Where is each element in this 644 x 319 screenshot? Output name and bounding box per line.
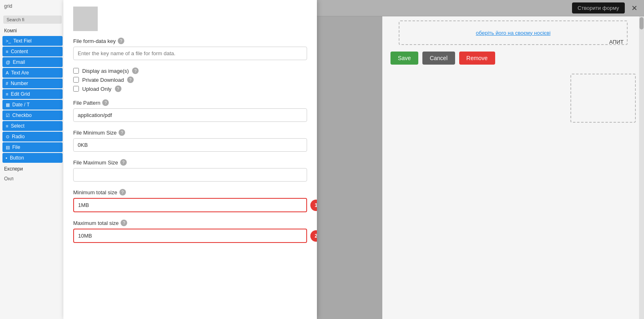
scrollbar-thumb[interactable]	[640, 17, 644, 29]
sidebar-item-email-label: Email	[13, 59, 25, 65]
sidebar-item-text-field[interactable]: >_ Text Fiel	[2, 36, 63, 46]
sidebar-item-checkbox[interactable]: ☑ Checkbo	[2, 110, 63, 120]
private-download-help-icon[interactable]: ?	[127, 76, 134, 83]
sidebar-item-textarea[interactable]: A Text Are	[2, 68, 63, 78]
checkbox-icon: ☑	[6, 113, 10, 118]
min-total-size-label: Minimum total size ?	[73, 189, 307, 195]
right-panel-upit-label: АПИТ	[609, 39, 624, 45]
sidebar-item-select[interactable]: ≡ Select	[2, 121, 63, 131]
file-icon: ▤	[6, 145, 10, 150]
sidebar-item-datetime[interactable]: ▦ Date / T	[2, 100, 63, 110]
sidebar-item-content-label: Content	[11, 49, 28, 54]
sidebar-item-radio-label: Radio	[12, 134, 25, 139]
file-min-size-group: File Minimum Size ?	[73, 129, 307, 152]
sidebar-item-datetime-label: Date / T	[12, 102, 29, 108]
badge-2: 2	[310, 230, 317, 242]
checkbox-display-images[interactable]	[73, 68, 79, 74]
right-panel-scrollbar[interactable]	[639, 16, 644, 319]
checkboxes-group: Display as image(s) ? Private Download ?…	[73, 67, 307, 92]
sidebar-search-label: Search fi	[3, 16, 62, 24]
sidebar-item-radio[interactable]: ⊙ Radio	[2, 132, 63, 142]
sidebar-item-textarea-label: Text Are	[11, 70, 29, 76]
checkbox-private-download-row: Private Download ?	[73, 76, 307, 83]
max-total-size-group: Maximum total size ? 2	[73, 220, 307, 243]
min-total-size-input[interactable]	[73, 198, 307, 212]
modal-dialog: File form-data key ? Display as image(s)…	[63, 0, 317, 319]
sidebar-item-checkbox-label: Checkbo	[12, 112, 31, 118]
max-total-size-help-icon[interactable]: ?	[121, 220, 127, 226]
file-min-size-label: File Minimum Size ?	[73, 129, 307, 136]
file-max-size-group: File Maximum Size ?	[73, 159, 307, 182]
badge-1: 1	[310, 200, 317, 211]
drop-zone[interactable]: оберіть його на своєму носієві	[399, 20, 628, 45]
sidebar-experiments-label: Експери	[0, 164, 65, 173]
right-panel: оберіть його на своєму носієві Save Canc…	[382, 16, 644, 319]
checkbox-upload-only[interactable]	[73, 86, 79, 92]
text-field-icon: >_	[6, 38, 11, 43]
sidebar-item-content[interactable]: ≡ Content	[2, 47, 63, 56]
max-total-size-field-wrapper: 2	[73, 229, 307, 243]
min-total-size-field-wrapper: 1	[73, 198, 307, 212]
form-key-help-icon[interactable]: ?	[118, 38, 124, 44]
select-icon: ≡	[6, 124, 8, 128]
checkbox-upload-only-label: Upload Only	[82, 86, 112, 92]
sidebar-component-label: Компі	[0, 25, 65, 35]
file-pattern-label: File Pattern ?	[73, 99, 307, 106]
datetime-icon: ▦	[6, 102, 10, 108]
max-total-size-label: Maximum total size ?	[73, 220, 307, 226]
action-buttons-row: Save Cancel Remove	[382, 45, 644, 71]
checkbox-private-download-label: Private Download	[82, 77, 124, 83]
edit-grid-icon: ≡	[6, 92, 8, 97]
sidebar-item-email[interactable]: @ Email	[2, 57, 63, 67]
remove-button[interactable]: Remove	[459, 52, 495, 65]
save-button[interactable]: Save	[390, 52, 418, 65]
checkbox-display-images-label: Display as image(s)	[82, 68, 129, 74]
checkbox-upload-only-row: Upload Only ?	[73, 85, 307, 92]
sidebar-item-number[interactable]: # Number	[2, 79, 63, 88]
sidebar-item-number-label: Number	[11, 81, 28, 86]
button-icon: ▪	[6, 155, 7, 160]
upload-only-help-icon[interactable]: ?	[115, 85, 121, 92]
content-icon: ≡	[6, 49, 8, 54]
sidebar-item-button[interactable]: ▪ Button	[2, 153, 63, 163]
file-max-size-help-icon[interactable]: ?	[120, 159, 127, 166]
number-icon: #	[6, 81, 8, 86]
file-max-size-input[interactable]	[73, 168, 307, 182]
display-images-help-icon[interactable]: ?	[132, 67, 139, 74]
min-total-size-help-icon[interactable]: ?	[119, 189, 126, 195]
file-pattern-help-icon[interactable]: ?	[102, 99, 109, 106]
file-pattern-input[interactable]	[73, 108, 307, 122]
sidebar-online-label: Онл	[0, 173, 65, 184]
sidebar-item-button-label: Button	[10, 155, 24, 161]
sidebar-item-file-label: File	[12, 144, 20, 150]
form-key-label: File form-data key ?	[73, 38, 307, 44]
form-key-group: File form-data key ?	[73, 38, 307, 60]
sidebar-item-select-label: Select	[11, 123, 24, 129]
sidebar: grid Search fi Компі >_ Text Fiel ≡ Cont…	[0, 0, 65, 319]
drop-zone-link[interactable]: оберіть його на своєму носієві	[476, 30, 551, 36]
checkbox-display-images-row: Display as image(s) ?	[73, 67, 307, 74]
avatar	[73, 7, 98, 31]
file-min-size-input[interactable]	[73, 138, 307, 152]
right-dashed-box	[570, 74, 636, 123]
min-total-size-group: Minimum total size ? 1	[73, 189, 307, 212]
email-icon: @	[6, 60, 10, 65]
textarea-icon: A	[6, 70, 9, 75]
radio-icon: ⊙	[6, 134, 9, 139]
sidebar-item-file[interactable]: ▤ File	[2, 142, 63, 152]
sidebar-item-text-field-label: Text Fiel	[13, 38, 32, 44]
form-key-input[interactable]	[73, 47, 307, 60]
cancel-button[interactable]: Cancel	[422, 52, 455, 65]
checkbox-private-download[interactable]	[73, 77, 79, 83]
file-max-size-label: File Maximum Size ?	[73, 159, 307, 166]
file-pattern-group: File Pattern ?	[73, 99, 307, 122]
sidebar-grid-label: grid	[0, 0, 65, 12]
max-total-size-input[interactable]	[73, 229, 307, 243]
file-min-size-help-icon[interactable]: ?	[119, 129, 125, 136]
sidebar-item-edit-grid[interactable]: ≡ Edit Grid	[2, 89, 63, 99]
sidebar-item-edit-grid-label: Edit Grid	[11, 91, 30, 97]
